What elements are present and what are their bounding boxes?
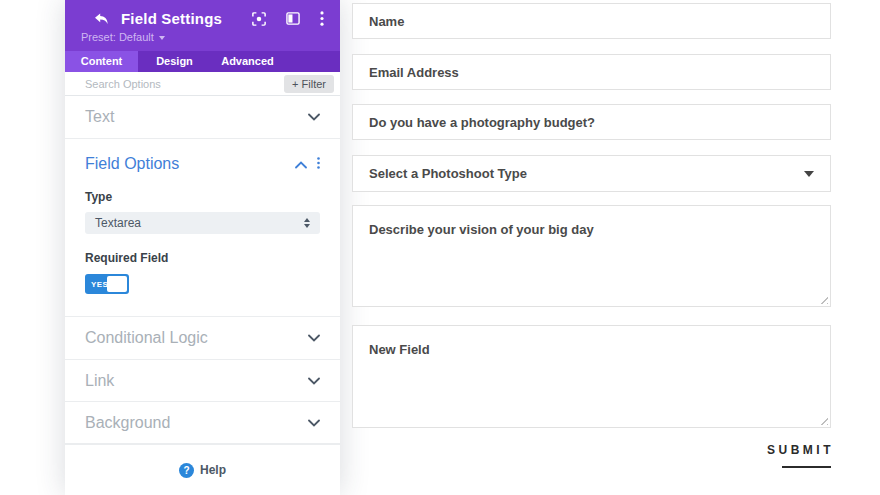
toggle-knob: [107, 276, 127, 292]
chevron-down-icon: [308, 113, 320, 121]
form-field-photoshoot-placeholder: Select a Photoshoot Type: [369, 166, 527, 181]
preset-label: Preset: Default: [81, 31, 154, 43]
type-label: Type: [85, 190, 320, 204]
back-icon[interactable]: [93, 12, 109, 26]
kebab-menu-icon[interactable]: [320, 11, 324, 26]
resize-handle-icon[interactable]: [819, 416, 828, 425]
section-background-label: Background: [85, 414, 170, 432]
form-field-vision[interactable]: Describe your vision of your big day: [352, 205, 831, 307]
section-link-label: Link: [85, 372, 114, 390]
section-conditional-logic-label: Conditional Logic: [85, 329, 208, 347]
preset-selector[interactable]: Preset: Default: [81, 31, 324, 43]
form-field-email[interactable]: Email Address: [352, 54, 831, 90]
header-actions: [252, 11, 324, 26]
panel-header-top: Field Settings: [81, 10, 324, 27]
submit-label: SUBMIT: [767, 443, 834, 457]
tab-advanced[interactable]: Advanced: [211, 51, 284, 72]
section-background[interactable]: Background: [65, 402, 340, 444]
dropdown-caret-icon: [804, 171, 814, 177]
panel-title: Field Settings: [121, 10, 222, 27]
form-field-new-field-placeholder: New Field: [369, 342, 430, 357]
submit-button[interactable]: SUBMIT: [767, 443, 831, 468]
section-options-kebab-icon[interactable]: [317, 155, 320, 173]
panel-footer: ? Help: [65, 444, 340, 495]
chevron-down-icon: [308, 419, 320, 427]
chevron-up-icon: [295, 155, 307, 173]
field-options-title: Field Options: [85, 155, 179, 173]
search-bar: + Filter: [65, 72, 340, 97]
select-stepper-icon: [304, 218, 310, 228]
section-conditional-logic[interactable]: Conditional Logic: [65, 317, 340, 360]
form-field-budget[interactable]: Do you have a photography budget?: [352, 104, 831, 140]
type-select[interactable]: Textarea: [85, 212, 320, 234]
submit-underline: [782, 466, 831, 468]
chevron-down-icon: [308, 334, 320, 342]
focus-preset-icon[interactable]: [252, 12, 266, 26]
tab-design[interactable]: Design: [138, 51, 211, 72]
tab-content[interactable]: Content: [65, 51, 138, 72]
form-field-email-placeholder: Email Address: [369, 65, 459, 80]
toggle-yes-label: YES: [91, 280, 108, 289]
section-text[interactable]: Text: [65, 96, 340, 139]
form-field-vision-placeholder: Describe your vision of your big day: [369, 222, 594, 237]
chevron-down-icon: [308, 377, 320, 385]
section-link[interactable]: Link: [65, 360, 340, 402]
filter-button[interactable]: + Filter: [284, 75, 334, 93]
caret-down-icon: [159, 36, 165, 40]
form-field-new-field[interactable]: New Field: [352, 325, 831, 428]
help-icon: ?: [179, 463, 194, 478]
panel-header: Field Settings: [65, 0, 340, 51]
form-preview: Name Email Address Do you have a photogr…: [352, 0, 831, 495]
help-label: Help: [200, 463, 226, 477]
section-text-label: Text: [85, 108, 114, 126]
form-field-name-placeholder: Name: [369, 14, 404, 29]
field-options-header[interactable]: Field Options: [85, 155, 320, 173]
required-field-toggle[interactable]: YES: [85, 274, 129, 294]
form-field-name[interactable]: Name: [352, 3, 831, 39]
field-settings-panel: Field Settings: [65, 0, 340, 495]
panel-tabs: Content Design Advanced: [65, 51, 340, 72]
settings-sections: Text Field Options Type Textarea: [65, 96, 340, 444]
form-field-budget-placeholder: Do you have a photography budget?: [369, 115, 595, 130]
help-link[interactable]: ? Help: [179, 463, 226, 478]
type-select-value: Textarea: [95, 216, 141, 230]
resize-handle-icon[interactable]: [819, 295, 828, 304]
required-field-label: Required Field: [85, 251, 320, 265]
panel-layout-icon[interactable]: [286, 12, 300, 25]
section-field-options: Field Options Type Textarea Required Fie: [65, 139, 340, 317]
form-field-photoshoot-type[interactable]: Select a Photoshoot Type: [352, 155, 831, 192]
search-input[interactable]: [85, 78, 284, 90]
